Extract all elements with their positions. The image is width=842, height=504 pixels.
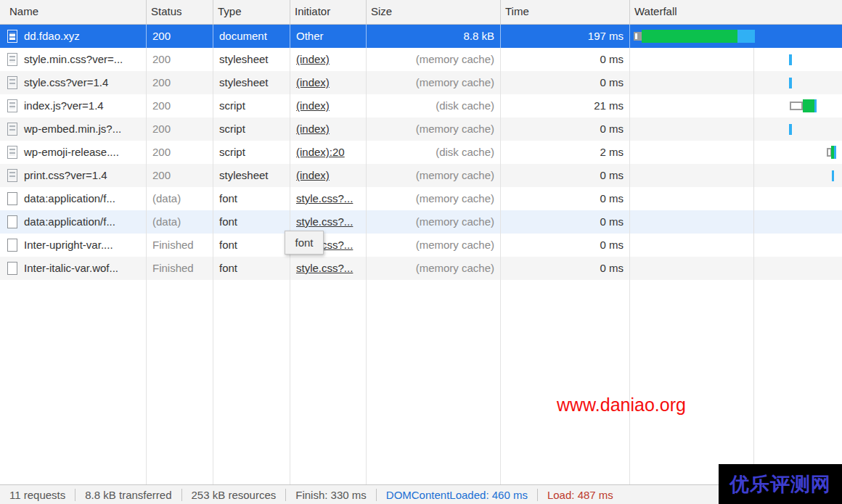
file-icon <box>7 215 17 228</box>
request-name: print.css?ver=1.4 <box>24 164 107 187</box>
initiator-link[interactable]: style.css?... <box>296 215 353 228</box>
request-row[interactable]: dd.fdao.xyz200documentOther8.8 kB197 ms <box>0 25 842 48</box>
request-name-cell[interactable]: wp-embed.min.js?... <box>0 117 147 141</box>
request-name: dd.fdao.xyz <box>24 25 80 48</box>
file-icon <box>7 239 17 252</box>
request-name-cell[interactable]: print.css?ver=1.4 <box>0 164 147 187</box>
initiator-link[interactable]: (index) <box>296 99 330 112</box>
empty-column <box>147 280 213 484</box>
request-row[interactable]: data:application/f...(data)fontstyle.css… <box>0 210 842 234</box>
request-size: (disk cache) <box>367 141 501 164</box>
waterfall-cell <box>630 210 842 234</box>
request-name: style.min.css?ver=... <box>24 48 123 71</box>
initiator-link[interactable]: (index) <box>296 123 330 135</box>
request-size: (memory cache) <box>367 234 501 257</box>
request-type: document <box>213 25 290 48</box>
initiator-link[interactable]: (index) <box>296 76 330 88</box>
request-size: (memory cache) <box>367 48 501 71</box>
request-initiator-cell: (index) <box>290 164 367 187</box>
request-status: 200 <box>147 141 213 164</box>
waterfall-cell <box>630 257 842 280</box>
waterfall-cell <box>630 164 842 187</box>
request-initiator-cell: (index) <box>290 48 367 71</box>
request-status: (data) <box>147 187 213 210</box>
request-initiator-cell: (index) <box>290 94 367 117</box>
document-icon <box>7 76 17 89</box>
request-initiator-cell: style.css?... <box>290 187 367 210</box>
request-name-cell[interactable]: index.js?ver=1.4 <box>0 94 147 117</box>
request-name: wp-emoji-release.... <box>24 141 119 164</box>
waterfall-cell <box>630 117 842 141</box>
column-header-initiator[interactable]: Initiator <box>290 0 367 24</box>
request-row[interactable]: wp-embed.min.js?...200script(index)(memo… <box>0 117 842 141</box>
network-request-list: dd.fdao.xyz200documentOther8.8 kB197 mss… <box>0 25 842 280</box>
request-name: Inter-upright-var.... <box>24 234 113 257</box>
empty-column <box>630 280 842 484</box>
initiator-label: Other <box>296 30 324 42</box>
request-name-cell[interactable]: Inter-italic-var.wof... <box>0 257 147 280</box>
request-row[interactable]: index.js?ver=1.4200script(index)(disk ca… <box>0 94 842 117</box>
request-row[interactable]: print.css?ver=1.4200stylesheet(index)(me… <box>0 164 842 187</box>
request-time: 0 ms <box>501 187 630 210</box>
column-header-size[interactable]: Size <box>367 0 501 24</box>
request-name-cell[interactable]: dd.fdao.xyz <box>0 25 147 48</box>
request-status: 200 <box>147 164 213 187</box>
request-name-cell[interactable]: style.min.css?ver=... <box>0 48 147 71</box>
request-type: font <box>213 257 290 280</box>
request-row[interactable]: data:application/f...(data)fontstyle.css… <box>0 187 842 210</box>
document-icon <box>7 30 17 43</box>
waterfall-bar-recv-thin <box>832 170 834 181</box>
column-header-waterfall[interactable]: Waterfall <box>630 0 842 24</box>
column-header-type[interactable]: Type <box>213 0 290 24</box>
request-size: (disk cache) <box>367 94 501 117</box>
request-type: script <box>213 117 290 141</box>
empty-column <box>213 280 290 484</box>
waterfall-bar-wait <box>803 99 814 112</box>
initiator-link[interactable]: style.css?... <box>296 262 353 274</box>
status-bar: 11 requests8.8 kB transferred253 kB reso… <box>0 484 842 504</box>
initiator-link[interactable]: (index) <box>296 53 330 65</box>
request-time: 0 ms <box>501 234 630 257</box>
column-header-time[interactable]: Time <box>501 0 630 24</box>
request-row[interactable]: style.min.css?ver=...200stylesheet(index… <box>0 48 842 71</box>
request-name-cell[interactable]: wp-emoji-release.... <box>0 141 147 164</box>
request-initiator-cell: (index):20 <box>290 141 367 164</box>
request-name-cell[interactable]: data:application/f... <box>0 210 147 234</box>
waterfall-cell <box>630 94 842 117</box>
initiator-link[interactable]: (index) <box>296 169 330 181</box>
column-header-name[interactable]: Name <box>0 0 147 24</box>
initiator-link[interactable]: style.css?... <box>296 192 353 205</box>
empty-column <box>0 280 147 484</box>
request-name: Inter-italic-var.wof... <box>24 257 118 280</box>
initiator-link[interactable]: (index):20 <box>296 146 345 158</box>
request-size: (memory cache) <box>367 257 501 280</box>
request-type: font <box>213 210 290 234</box>
request-status: (data) <box>147 210 213 234</box>
document-icon <box>7 169 17 182</box>
request-type: stylesheet <box>213 164 290 187</box>
request-type: stylesheet <box>213 48 290 71</box>
request-time: 0 ms <box>501 71 630 94</box>
request-status: 200 <box>147 71 213 94</box>
summary-finish-time: Finish: 330 ms <box>286 489 377 501</box>
request-status: 200 <box>147 48 213 71</box>
waterfall-cell <box>630 187 842 210</box>
request-initiator-cell: (index) <box>290 117 367 141</box>
request-name-cell[interactable]: Inter-upright-var.... <box>0 234 147 257</box>
request-time: 0 ms <box>501 210 630 234</box>
request-name-cell[interactable]: data:application/f... <box>0 187 147 210</box>
request-time: 2 ms <box>501 141 630 164</box>
column-header-status[interactable]: Status <box>147 0 213 24</box>
watermark-badge: 优乐评测网 <box>719 464 842 504</box>
waterfall-bar-wait <box>642 30 737 43</box>
request-name-cell[interactable]: style.css?ver=1.4 <box>0 71 147 94</box>
waterfall-cell <box>630 48 842 71</box>
request-row[interactable]: Inter-italic-var.wof...Finishedfontstyle… <box>0 257 842 280</box>
request-row[interactable]: wp-emoji-release....200script(index):20(… <box>0 141 842 164</box>
request-row[interactable]: style.css?ver=1.4200stylesheet(index)(me… <box>0 71 842 94</box>
request-initiator-cell: (index) <box>290 71 367 94</box>
request-type: font <box>213 187 290 210</box>
network-panel: NameStatusTypeInitiatorSizeTimeWaterfall… <box>0 0 842 504</box>
request-size: (memory cache) <box>367 210 501 234</box>
request-row[interactable]: Inter-upright-var....Finishedfontstyle.c… <box>0 234 842 257</box>
